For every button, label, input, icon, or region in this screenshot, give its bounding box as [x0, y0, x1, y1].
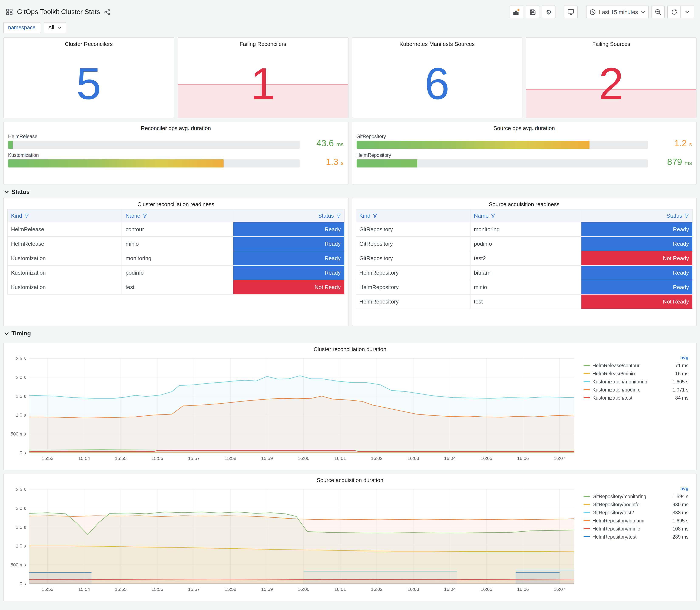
- series-color-dash: [584, 520, 590, 521]
- series-color-dash: [584, 504, 590, 505]
- series-avg-value: 16 ms: [668, 371, 688, 376]
- chevron-down-icon: [685, 11, 689, 13]
- svg-text:16:06: 16:06: [517, 456, 529, 461]
- series-color-dash: [584, 389, 590, 390]
- legend-item[interactable]: HelmRelease/minio 16 ms: [583, 369, 689, 378]
- svg-text:16:01: 16:01: [334, 456, 346, 461]
- svg-text:15:57: 15:57: [188, 587, 200, 592]
- svg-text:16:00: 16:00: [298, 587, 309, 592]
- section-timing-toggle[interactable]: Timing: [3, 326, 697, 339]
- svg-text:16:01: 16:01: [334, 587, 346, 592]
- cell-kind: Kustomization: [7, 266, 122, 280]
- series-avg-value: 108 ms: [668, 526, 688, 531]
- add-panel-icon: [513, 9, 520, 15]
- gauge-label: Kustomization: [8, 152, 299, 158]
- panel-source-ops-avg-duration: Source ops avg. duration GitRepository 1…: [352, 122, 697, 184]
- section-label: Timing: [12, 330, 31, 337]
- save-button[interactable]: [526, 5, 539, 18]
- legend-item[interactable]: HelmRepository/bitnami 1.695 s: [583, 516, 689, 525]
- cell-name: test: [122, 280, 233, 294]
- legend-item[interactable]: HelmRepository/test 289 ms: [583, 533, 689, 541]
- series-color-dash: [584, 528, 590, 529]
- template-variables-row: namespace All: [3, 22, 697, 33]
- status-badge: Ready: [582, 222, 693, 237]
- series-name: HelmRepository/bitnami: [592, 518, 666, 523]
- cell-kind: HelmRelease: [7, 237, 122, 251]
- status-tables-row: Cluster reconciliation readiness Kind Na…: [3, 198, 697, 326]
- panel-cluster-reconciliation-readiness: Cluster reconciliation readiness Kind Na…: [3, 198, 348, 326]
- page-title: GitOps Toolkit Cluster Stats: [17, 8, 100, 16]
- time-series-plot[interactable]: 15:5315:5415:5515:5615:5715:5815:5916:00…: [7, 354, 581, 465]
- panel-title: Cluster Reconcilers: [4, 38, 174, 49]
- column-header-name[interactable]: Name: [122, 209, 233, 222]
- cycle-view-button[interactable]: [564, 5, 577, 18]
- svg-text:16:04: 16:04: [444, 587, 456, 592]
- svg-text:15:59: 15:59: [261, 456, 273, 461]
- column-header-status[interactable]: Status: [582, 209, 693, 222]
- save-icon: [530, 9, 536, 15]
- magnifier-minus-icon: [655, 9, 661, 15]
- svg-text:16:05: 16:05: [481, 456, 492, 461]
- time-series-plot[interactable]: 15:5315:5415:5515:5615:5715:5815:5916:00…: [7, 485, 581, 596]
- series-name: HelmRelease/contour: [592, 363, 666, 368]
- variable-value-dropdown[interactable]: All: [44, 22, 66, 33]
- legend-avg-header: avg: [583, 355, 689, 360]
- series-avg-value: 84 ms: [668, 395, 688, 400]
- legend-item[interactable]: HelmRepository/minio 108 ms: [583, 525, 689, 533]
- dashboard-toolbar: ⚙ Last 15 minutes: [509, 5, 694, 18]
- legend-avg-header: avg: [583, 486, 689, 491]
- time-range-button[interactable]: Last 15 minutes: [586, 5, 649, 18]
- series-name: Kustomization/test: [592, 395, 666, 400]
- gauge-rows: HelmRelease 43.6 ms Kustomiz: [4, 133, 348, 167]
- refresh-interval-button[interactable]: [681, 5, 694, 18]
- legend-item[interactable]: GitRepository/podinfo 980 ms: [583, 500, 689, 509]
- legend-item[interactable]: GitRepository/monitoring 1.594 s: [583, 492, 689, 500]
- legend-item[interactable]: Kustomization/podinfo 1.071 s: [583, 386, 689, 394]
- cell-name: podinfo: [470, 237, 582, 251]
- status-badge: Ready: [582, 266, 693, 280]
- column-header-kind[interactable]: Kind: [7, 209, 122, 222]
- series-color-dash: [584, 397, 590, 398]
- share-icon[interactable]: [104, 9, 111, 15]
- panel-title: Cluster reconciliation readiness: [7, 198, 344, 209]
- column-header-name[interactable]: Name: [470, 209, 582, 222]
- svg-text:2.0 s: 2.0 s: [16, 375, 26, 380]
- cell-kind: HelmRepository: [356, 280, 470, 294]
- gauge-bar: [356, 159, 418, 167]
- cell-name: contour: [122, 222, 233, 237]
- series-avg-value: 1.695 s: [668, 518, 688, 523]
- series-color-dash: [584, 512, 590, 513]
- svg-text:16:02: 16:02: [371, 587, 382, 592]
- status-badge: Not Ready: [582, 294, 693, 309]
- legend-item[interactable]: HelmRelease/contour 71 ms: [583, 361, 689, 369]
- table-row: HelmRepository minio Ready: [356, 280, 693, 294]
- panel-failing-reconcilers: Failing Reconcilers 1: [178, 37, 348, 118]
- apps-grid-icon[interactable]: [6, 9, 13, 15]
- legend-item[interactable]: Kustomization/test 84 ms: [583, 394, 689, 402]
- add-panel-button[interactable]: [509, 5, 523, 18]
- cell-name: monitoring: [122, 251, 233, 266]
- legend-item[interactable]: GitRepository/test2 338 ms: [583, 509, 689, 516]
- svg-text:500 ms: 500 ms: [11, 431, 26, 436]
- settings-button[interactable]: ⚙: [542, 5, 555, 18]
- section-status-toggle[interactable]: Status: [3, 184, 697, 198]
- variable-value-text: All: [48, 25, 54, 31]
- table-row: HelmRelease contour Ready: [7, 222, 344, 237]
- gauge-value: 43.6 ms: [299, 139, 344, 149]
- column-header-kind[interactable]: Kind: [356, 209, 470, 222]
- panel-title: Cluster reconciliation duration: [7, 343, 693, 354]
- svg-text:15:53: 15:53: [42, 587, 53, 592]
- legend-item[interactable]: Kustomization/monitoring 1.605 s: [583, 378, 689, 386]
- series-name: GitRepository/test2: [592, 510, 666, 515]
- column-header-status[interactable]: Status: [233, 209, 344, 222]
- svg-text:1.0 s: 1.0 s: [16, 543, 26, 549]
- series-avg-value: 338 ms: [668, 510, 688, 515]
- gauge-label: HelmRepository: [356, 152, 648, 158]
- status-badge: Ready: [233, 251, 344, 266]
- filter-icon: [142, 213, 147, 218]
- refresh-button[interactable]: [667, 5, 681, 18]
- gauges-row: Reconciler ops avg. duration HelmRelease…: [3, 122, 697, 184]
- readiness-table: Kind Name Status GitRepository monitorin…: [356, 209, 693, 309]
- zoom-out-button[interactable]: [651, 5, 665, 18]
- status-badge: Ready: [582, 237, 693, 251]
